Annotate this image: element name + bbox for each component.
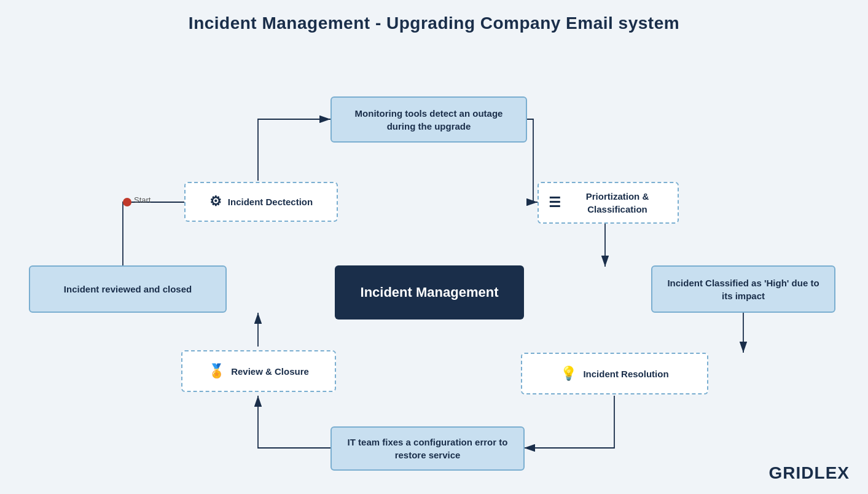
resolution-label: Incident Resolution (583, 367, 668, 380)
gridlex-logo: GRIDLEX (769, 463, 850, 483)
reviewed-closed-node: Incident reviewed and closed (29, 265, 227, 313)
prioritization-icon: ☰ (549, 194, 561, 213)
prioritization-node: ☰ Priortization & Classification (538, 182, 679, 224)
classified-node: Incident Classified as 'High' due to its… (651, 265, 835, 313)
resolution-icon: 💡 (560, 364, 577, 383)
incident-detection-icon: ⚙ (209, 192, 222, 211)
incident-detection-node: ⚙ Incident Dectection (184, 182, 338, 222)
page-title: Incident Management - Upgrading Company … (0, 0, 868, 39)
start-dot (123, 198, 131, 206)
classified-label: Incident Classified as 'High' due to its… (662, 276, 824, 302)
review-node: 🏅 Review & Closure (181, 350, 336, 392)
reviewed-closed-label: Incident reviewed and closed (64, 283, 192, 296)
incident-detection-label: Incident Dectection (228, 195, 313, 208)
start-label: Start (134, 195, 151, 205)
resolution-node: 💡 Incident Resolution (521, 353, 708, 394)
review-icon: 🏅 (208, 362, 225, 381)
it-team-node: IT team fixes a configuration error to r… (330, 426, 525, 471)
center-node: Incident Management (335, 265, 524, 320)
monitoring-label: Monitoring tools detect an outage during… (342, 107, 516, 133)
prioritization-label: Priortization & Classification (567, 190, 668, 216)
it-team-label: IT team fixes a configuration error to r… (342, 436, 514, 461)
center-label: Incident Management (361, 283, 499, 302)
monitoring-node: Monitoring tools detect an outage during… (330, 96, 527, 143)
review-label: Review & Closure (231, 365, 309, 378)
